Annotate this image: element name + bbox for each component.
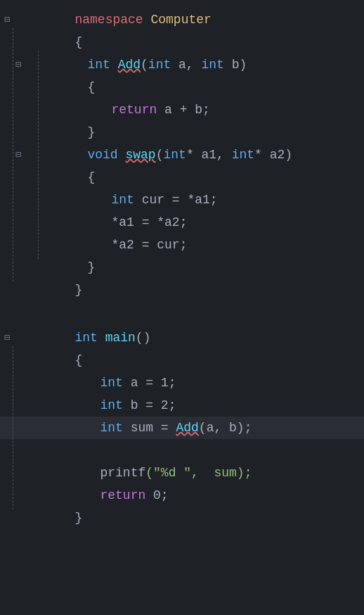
fn-main: main [105, 331, 136, 345]
fold-add[interactable]: ⊟ [13, 57, 24, 72]
fold-swap[interactable]: ⊟ [13, 147, 24, 163]
namespace-block: ⊟ namespace Computer { ⊟ int Add(int a, … [0, 6, 364, 304]
fold-main[interactable]: ⊟ [1, 330, 13, 345]
fn-swap: swap [125, 148, 155, 162]
fn-call-add: Add [176, 421, 198, 435]
line-ns-close: } [0, 279, 364, 301]
line-sum-decl: int sum = Add(a, b); [0, 417, 364, 439]
keyword-namespace: namespace [74, 13, 143, 27]
main-block: ⊟ int main() { int a = 1; int b = 2; [0, 324, 364, 532]
namespace-name: Computer [150, 13, 211, 27]
code-editor: ⊟ namespace Computer { ⊟ int Add(int a, … [0, 0, 364, 615]
fn-add: Add [118, 58, 141, 72]
fold-namespace[interactable]: ⊟ [1, 12, 13, 27]
line-main-close: } [0, 507, 364, 529]
